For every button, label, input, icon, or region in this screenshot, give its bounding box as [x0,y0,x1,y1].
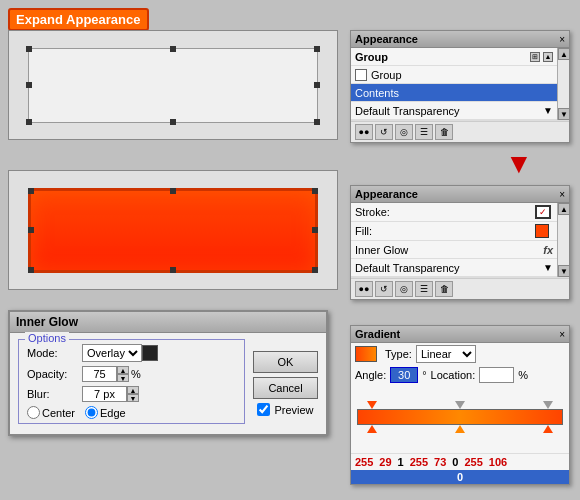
stop-bottom-center[interactable] [455,425,465,433]
angle-input[interactable]: 30 [390,367,418,383]
gradient-bar[interactable] [357,409,563,425]
handle-bl[interactable] [28,267,34,273]
expand-icon[interactable]: ⊞ [530,52,540,62]
close-icon-gradient[interactable]: × [559,329,565,340]
scroll-down-arrow[interactable]: ▼ [558,108,570,120]
group-checkbox[interactable] [355,69,367,81]
center-label: Center [42,407,75,419]
appearance-title-bottom: Appearance [355,188,418,200]
handle-mb[interactable] [170,267,176,273]
stroke-swatch[interactable]: ✓ [535,205,551,219]
degree-symbol: ° [422,369,426,381]
opacity-down[interactable]: ▼ [117,374,129,382]
orange-rectangle[interactable] [28,188,318,273]
center-radio-item[interactable]: Center [27,406,75,419]
clear-btn-bottom[interactable]: ↺ [375,281,393,297]
duplicate-btn[interactable]: ◎ [395,124,413,140]
ok-button[interactable]: OK [253,351,318,373]
white-rectangle[interactable] [28,48,318,123]
handle-ml[interactable] [28,227,34,233]
bottom-stops [357,425,563,437]
appearance-row-group[interactable]: Group [351,66,557,84]
grad-num-7: 255 [464,456,482,468]
scroll-up-arrow-bottom[interactable]: ▲ [558,203,570,215]
appearance-row-contents[interactable]: Contents [351,84,557,102]
blur-up[interactable]: ▲ [127,386,139,394]
top-stops [357,399,563,409]
handle-tr[interactable] [312,188,318,194]
stop-bottom-right[interactable] [543,425,553,433]
gradient-angle-row: Angle: 30 ° Location: % [351,365,569,385]
opacity-input[interactable]: 75 [82,366,117,382]
gradient-swatch[interactable] [355,346,377,362]
appearance-row-inner-glow[interactable]: Inner Glow fx [351,241,557,259]
scrollbar-top[interactable]: ▲ ▼ [557,48,569,120]
appearance-row-stroke[interactable]: Stroke: ✓ [351,203,557,222]
scroll-down-arrow-bottom[interactable]: ▼ [558,265,570,277]
opacity-unit: % [131,368,141,380]
handle-bl[interactable] [26,119,32,125]
add-effect-btn[interactable]: ●● [355,124,373,140]
stop-top-center[interactable] [455,401,465,409]
menu-btn-bottom[interactable]: ☰ [415,281,433,297]
blur-row: Blur: ▲ ▼ [27,386,236,402]
gradient-panel: Gradient × Type: Linear Radial Angle: 30… [350,325,570,485]
handle-tl[interactable] [28,188,34,194]
grad-num-6: 0 [452,456,458,468]
handle-mr[interactable] [314,82,320,88]
delete-btn[interactable]: 🗑 [435,124,453,140]
handle-br[interactable] [312,267,318,273]
handle-mb[interactable] [170,119,176,125]
close-icon[interactable]: × [559,34,565,45]
handle-tr[interactable] [314,46,320,52]
appearance-rows-top: Group ⊞ ▲ Group Contents Default Transpa… [351,48,557,120]
handle-ml[interactable] [26,82,32,88]
handle-br[interactable] [314,119,320,125]
scroll-down-icon[interactable]: ▼ [543,105,553,116]
preview-checkbox[interactable] [257,403,270,416]
handle-tl[interactable] [26,46,32,52]
handle-mt[interactable] [170,188,176,194]
preview-row[interactable]: Preview [257,403,313,416]
glow-color-box[interactable] [142,345,158,361]
center-radio[interactable] [27,406,40,419]
collapse-icon[interactable]: ▲ [543,52,553,62]
blur-down[interactable]: ▼ [127,394,139,402]
mode-row: Mode: Overlay Normal Multiply [27,344,236,362]
clear-btn[interactable]: ↺ [375,124,393,140]
duplicate-btn-bottom[interactable]: ◎ [395,281,413,297]
gradient-numbers-row: 255 29 1 255 73 0 255 106 [351,453,569,470]
appearance-panel-top: Appearance × Group ⊞ ▲ Group Contents [350,30,570,143]
cancel-button[interactable]: Cancel [253,377,318,399]
scrollbar-bottom[interactable]: ▲ ▼ [557,203,569,277]
location-input[interactable] [479,367,514,383]
handle-mt[interactable] [170,46,176,52]
delete-btn-bottom[interactable]: 🗑 [435,281,453,297]
edge-radio-item[interactable]: Edge [85,406,126,419]
menu-btn[interactable]: ☰ [415,124,433,140]
mode-select[interactable]: Overlay Normal Multiply [82,344,142,362]
blur-input[interactable] [82,386,127,402]
edge-radio[interactable] [85,406,98,419]
page-title: Expand Appearance [8,8,149,31]
handle-mr[interactable] [312,227,318,233]
scroll-down-icon-bottom[interactable]: ▼ [543,262,553,273]
stop-top-right[interactable] [543,401,553,409]
scroll-thumb[interactable] [558,60,569,108]
opacity-up[interactable]: ▲ [117,366,129,374]
stop-bottom-left[interactable] [367,425,377,433]
scroll-up-arrow[interactable]: ▲ [558,48,570,60]
scroll-thumb-bottom[interactable] [558,215,569,265]
type-select[interactable]: Linear Radial [416,345,476,363]
blur-label: Blur: [27,388,82,400]
fill-swatch[interactable] [535,224,549,238]
appearance-title-top: Appearance [355,33,418,45]
add-effect-btn-bottom[interactable]: ●● [355,281,373,297]
appearance-row-fill[interactable]: Fill: [351,222,557,241]
default-transparency-label-top: Default Transparency [355,105,543,117]
close-icon-bottom[interactable]: × [559,189,565,200]
appearance-row-default-transparency-top: Default Transparency ▼ [351,102,557,120]
stop-top-left[interactable] [367,401,377,409]
gradient-titlebar: Gradient × [351,326,569,343]
appearance-content-bottom: Stroke: ✓ Fill: Inner Glow fx Default Tr… [351,203,569,278]
